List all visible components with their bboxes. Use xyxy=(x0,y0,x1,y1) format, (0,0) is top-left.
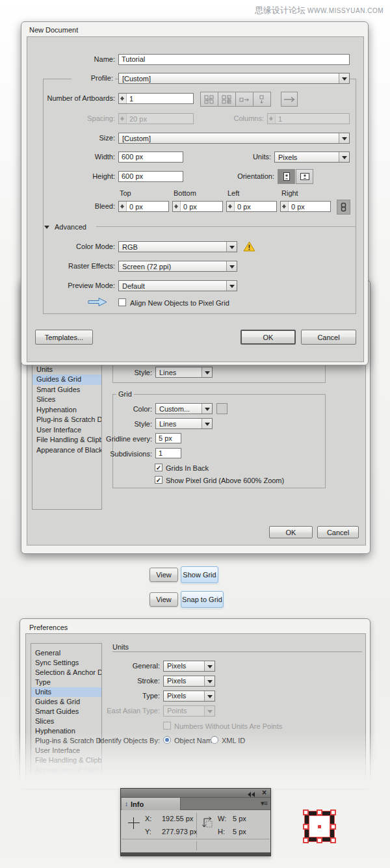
close-icon[interactable]: × xyxy=(262,788,266,797)
grids-in-back-checkbox[interactable] xyxy=(155,464,162,471)
link-chain-icon[interactable] xyxy=(337,200,350,215)
sidebar-item[interactable]: File Handling & Clipboard xyxy=(32,435,101,445)
raster-effects-dropdown[interactable]: Screen (72 ppi) xyxy=(118,261,237,272)
color-mode-label: Color Mode: xyxy=(35,243,115,250)
units-field-dropdown[interactable]: Points xyxy=(163,705,215,717)
color-mode-dropdown[interactable]: RGB xyxy=(118,241,237,252)
height-input[interactable]: 600 px xyxy=(118,171,183,182)
bleed-column-header: Right xyxy=(280,189,331,197)
artboards-stepper[interactable]: 1 xyxy=(118,93,194,104)
gridline-every-input[interactable]: 5 px xyxy=(155,433,181,443)
guides-style-dropdown[interactable]: Lines xyxy=(155,367,213,378)
arrange-by-row-icon[interactable] xyxy=(235,92,254,107)
sidebar-item[interactable]: Hyphenation xyxy=(31,726,101,736)
spacing-label: Spacing: xyxy=(35,114,115,122)
selected-square-artwork[interactable] xyxy=(304,810,335,843)
right-arrow-icon[interactable] xyxy=(281,92,298,107)
units-field-dropdown[interactable]: Pixels xyxy=(163,661,215,672)
bleed-stepper[interactable]: 0 px xyxy=(118,201,169,212)
selection-handle[interactable] xyxy=(303,824,309,830)
h-value: 5 px xyxy=(233,828,246,835)
info-panel-titlebar[interactable]: × xyxy=(121,789,270,798)
arrange-by-column-icon[interactable] xyxy=(253,92,271,107)
templates-button[interactable]: Templates... xyxy=(35,330,93,345)
size-dropdown[interactable]: [Custom] xyxy=(118,133,350,144)
sidebar-item[interactable]: Slices xyxy=(32,395,101,405)
stepper-arrows-icon[interactable] xyxy=(281,202,289,211)
sidebar-item[interactable]: File Handling & Clipboard xyxy=(31,756,101,765)
panel-menu-icon[interactable]: ▾≡ xyxy=(261,799,267,808)
prefs-guides-sidebar-list: UnitsGuides & GridSmart GuidesSlicesHyph… xyxy=(32,365,101,456)
advanced-disclosure-icon[interactable] xyxy=(44,226,49,231)
chevron-down-icon xyxy=(226,281,237,291)
warning-icon xyxy=(243,241,255,253)
field-label: Type: xyxy=(25,690,160,704)
cycle-icon[interactable]: ↕ xyxy=(125,800,128,808)
tab-info[interactable]: ↕ Info xyxy=(122,798,181,810)
field-label: East Asian Type: xyxy=(25,705,160,718)
subdivisions-input[interactable]: 1 xyxy=(155,448,181,458)
stepper-arrows-icon[interactable] xyxy=(119,202,127,211)
selection-handle[interactable] xyxy=(303,837,309,843)
portrait-icon[interactable] xyxy=(278,169,295,184)
sidebar-item[interactable]: General xyxy=(31,648,101,658)
center-anchor-point[interactable] xyxy=(318,825,321,828)
chevron-down-icon xyxy=(202,419,212,428)
bleed-stepper[interactable]: 0 px xyxy=(226,201,277,212)
units-field-dropdown[interactable]: Pixels xyxy=(163,690,215,702)
w-label: W: xyxy=(218,815,226,822)
new-document-dialog: New Document Name: Tutorial Profile: [Cu… xyxy=(21,21,369,365)
stepper-arrows-icon[interactable] xyxy=(173,202,181,211)
sidebar-item[interactable]: Plug-ins & Scratch Disks xyxy=(32,415,101,425)
bleed-stepper[interactable]: 0 px xyxy=(172,201,223,212)
selection-handle[interactable] xyxy=(303,809,309,815)
stepper-arrows-icon[interactable] xyxy=(119,94,127,103)
wh-corner-icon xyxy=(202,816,214,832)
show-pixel-grid-label: Show Pixel Grid (Above 600% Zoom) xyxy=(166,477,284,484)
units-dropdown[interactable]: Pixels xyxy=(274,151,350,163)
info-panel-bottom-bar[interactable] xyxy=(121,852,270,856)
name-input[interactable]: Tutorial xyxy=(118,54,350,65)
sidebar-item[interactable]: Appearance of Black xyxy=(31,765,101,775)
snap-to-grid-button[interactable]: Snap to Grid xyxy=(181,591,224,608)
sidebar-item[interactable]: Smart Guides xyxy=(32,385,101,395)
units-field-row: Stroke: Pixels xyxy=(25,674,366,689)
landscape-icon[interactable] xyxy=(296,169,313,184)
sidebar-item[interactable]: Appearance of Black xyxy=(32,445,101,456)
grid-by-column-icon[interactable] xyxy=(218,92,236,107)
width-input[interactable]: 600 px xyxy=(118,151,183,163)
sidebar-item[interactable]: User Interface xyxy=(31,746,101,756)
cancel-button[interactable]: Cancel xyxy=(317,526,359,538)
units-field-dropdown[interactable]: Pixels xyxy=(163,676,215,687)
sidebar-item[interactable]: Hyphenation xyxy=(32,405,101,415)
selection-handle[interactable] xyxy=(330,837,336,843)
preview-mode-dropdown[interactable]: Default xyxy=(118,280,237,291)
watermark: 思缘设计论坛 WWW.MISSYUAN.COM xyxy=(255,5,384,16)
view-menu-button-1[interactable]: View xyxy=(150,568,178,582)
grid-style-dropdown[interactable]: Lines xyxy=(155,418,213,429)
selection-handle[interactable] xyxy=(330,809,336,815)
stepper-arrows-icon[interactable] xyxy=(227,202,235,211)
object-name-radio[interactable] xyxy=(163,736,171,744)
ok-button[interactable]: OK xyxy=(269,526,313,538)
ok-button[interactable]: OK xyxy=(240,330,296,345)
grid-color-swatch[interactable] xyxy=(216,403,228,414)
grid-color-dropdown[interactable]: Custom... xyxy=(155,403,213,414)
show-grid-button[interactable]: Show Grid xyxy=(181,566,218,583)
sidebar-item[interactable]: Units xyxy=(32,365,101,375)
profile-dropdown[interactable]: [Custom] xyxy=(118,73,350,84)
selection-handle[interactable] xyxy=(317,837,322,843)
xml-id-radio[interactable] xyxy=(211,736,218,744)
selection-handle[interactable] xyxy=(330,824,336,830)
view-menu-button-2[interactable]: View xyxy=(150,592,178,607)
show-pixel-grid-checkbox[interactable] xyxy=(155,476,162,484)
selection-handle[interactable] xyxy=(317,809,322,815)
cancel-button[interactable]: Cancel xyxy=(301,330,356,345)
grid-style-label: Style: xyxy=(116,420,152,428)
align-pixel-grid-checkbox[interactable] xyxy=(118,298,126,306)
sidebar-item[interactable]: Guides & Grid xyxy=(32,375,101,385)
sidebar-item[interactable]: User Interface xyxy=(32,425,101,436)
bleed-stepper[interactable]: 0 px xyxy=(280,201,331,212)
units-field-row: General: Pixels xyxy=(25,659,366,674)
grid-by-row-icon[interactable] xyxy=(200,92,218,107)
